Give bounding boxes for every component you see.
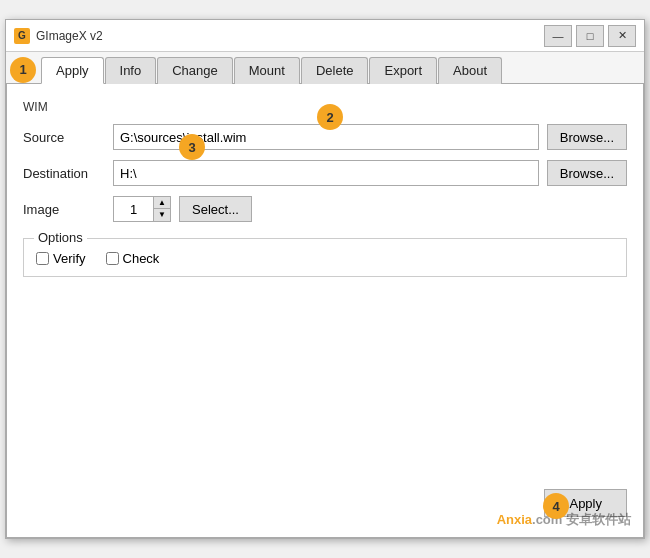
tab-info[interactable]: Info bbox=[105, 57, 157, 84]
tab-change[interactable]: Change bbox=[157, 57, 233, 84]
spinner-buttons: ▲ ▼ bbox=[153, 196, 171, 222]
source-label: Source bbox=[23, 130, 113, 145]
tab-mount[interactable]: Mount bbox=[234, 57, 300, 84]
source-browse-button[interactable]: Browse... bbox=[547, 124, 627, 150]
image-label: Image bbox=[23, 202, 113, 217]
watermark: Anxia.com 安卓软件站 bbox=[497, 511, 631, 529]
options-title: Options bbox=[34, 230, 87, 245]
check-label: Check bbox=[123, 251, 160, 266]
source-row: Source Browse... bbox=[23, 124, 627, 150]
destination-label: Destination bbox=[23, 166, 113, 181]
title-bar: G GImageX v2 — □ ✕ bbox=[6, 20, 644, 52]
minimize-button[interactable]: — bbox=[544, 25, 572, 47]
destination-browse-button[interactable]: Browse... bbox=[547, 160, 627, 186]
content-area: 2 3 4 WIM Source Browse... Destination B… bbox=[6, 84, 644, 538]
destination-row: Destination Browse... bbox=[23, 160, 627, 186]
tab-bar: 1 Apply Info Change Mount Delete Export … bbox=[6, 52, 644, 84]
watermark-suffix: .com 安卓软件站 bbox=[532, 512, 631, 527]
app-icon: G bbox=[14, 28, 30, 44]
check-checkbox[interactable] bbox=[106, 252, 119, 265]
tab-about[interactable]: About bbox=[438, 57, 502, 84]
spinner-down-button[interactable]: ▼ bbox=[154, 209, 170, 221]
source-input[interactable] bbox=[113, 124, 539, 150]
check-checkbox-group[interactable]: Check bbox=[106, 251, 160, 266]
verify-label: Verify bbox=[53, 251, 86, 266]
watermark-brand: Anxia bbox=[497, 512, 532, 527]
image-row: Image ▲ ▼ Select... bbox=[23, 196, 627, 222]
callout-1: 1 bbox=[10, 57, 36, 83]
image-spinner: ▲ ▼ bbox=[113, 196, 171, 222]
window-title: GImageX v2 bbox=[36, 29, 544, 43]
tab-export[interactable]: Export bbox=[369, 57, 437, 84]
options-group: Options Verify Check bbox=[23, 238, 627, 277]
close-button[interactable]: ✕ bbox=[608, 25, 636, 47]
maximize-button[interactable]: □ bbox=[576, 25, 604, 47]
select-button[interactable]: Select... bbox=[179, 196, 252, 222]
destination-input[interactable] bbox=[113, 160, 539, 186]
verify-checkbox-group[interactable]: Verify bbox=[36, 251, 86, 266]
tab-apply[interactable]: Apply bbox=[41, 57, 104, 84]
section-wim-label: WIM bbox=[23, 100, 627, 114]
main-window: G GImageX v2 — □ ✕ 1 Apply Info Change M… bbox=[5, 19, 645, 539]
verify-checkbox[interactable] bbox=[36, 252, 49, 265]
window-controls: — □ ✕ bbox=[544, 25, 636, 47]
spinner-up-button[interactable]: ▲ bbox=[154, 197, 170, 209]
image-value-input[interactable] bbox=[113, 196, 153, 222]
tab-delete[interactable]: Delete bbox=[301, 57, 369, 84]
options-row: Verify Check bbox=[36, 251, 614, 266]
